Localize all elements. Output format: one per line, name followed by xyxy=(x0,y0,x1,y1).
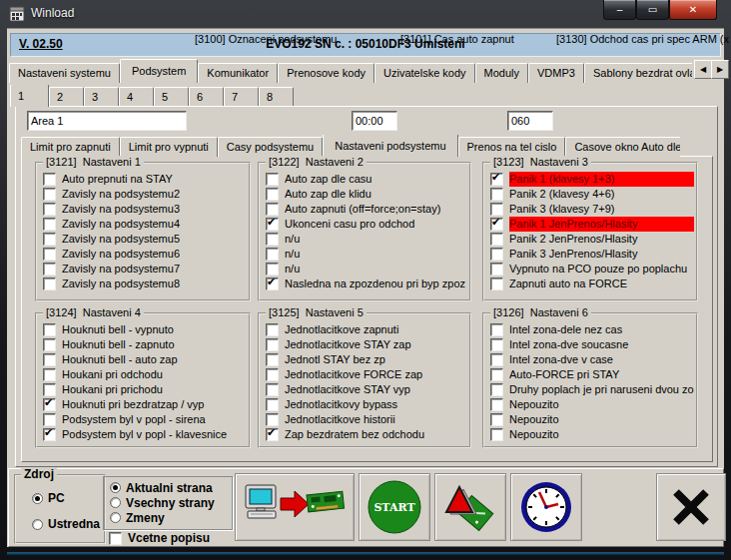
checkbox[interactable]: ✔ xyxy=(266,338,279,351)
checkbox-row-panik-3-jenprenos-hlasity[interactable]: ✔Panik 3 JenPrenos/Hlasity xyxy=(490,247,694,262)
checkbox[interactable]: ✔ xyxy=(43,218,56,231)
checkbox[interactable]: ✔ xyxy=(490,398,503,411)
checkbox[interactable]: ✔ xyxy=(266,248,279,261)
checkbox[interactable]: ✔ xyxy=(43,323,56,336)
checkbox[interactable]: ✔ xyxy=(490,278,503,290)
checkbox-row-jednotlacitkove-stay-zap[interactable]: ✔Jednotlacitkove STAY zap xyxy=(266,337,467,352)
checkbox[interactable]: ✔ xyxy=(266,353,279,366)
radio-aktualni-strana[interactable]: Aktualni strana xyxy=(110,480,232,495)
checkbox-row-intel-zona-dele-nez-cas[interactable]: ✔Intel zona-dele nez cas xyxy=(490,322,694,337)
checkbox[interactable]: ✔ xyxy=(490,218,503,231)
checkbox[interactable]: ✔ xyxy=(266,323,279,336)
tab-vdmp3[interactable]: VDMP3 xyxy=(528,63,584,83)
checkbox-row-druhy-poplach-je-pri-naruseni-dvou-zo[interactable]: ✔Druhy poplach je pri naruseni dvou zo xyxy=(490,382,694,397)
auto-arm-time-input[interactable] xyxy=(352,111,397,131)
checkbox-row-n-u[interactable]: ✔n/u xyxy=(266,262,467,277)
checkbox[interactable]: ✔ xyxy=(266,203,279,216)
checkbox[interactable]: ✔ xyxy=(43,353,56,366)
checkbox[interactable]: ✔ xyxy=(266,173,279,186)
tab-komunikator[interactable]: Komunikator xyxy=(198,63,278,83)
checkbox[interactable]: ✔ xyxy=(266,218,279,231)
checkbox-row-houknuti-pri-bezdratzap-vyp[interactable]: ✔Houknuti pri bezdratzap / vyp xyxy=(43,397,247,412)
checkbox[interactable]: ✔ xyxy=(490,188,503,201)
tab-prenosove-kody[interactable]: Prenosove kody xyxy=(278,63,374,83)
exit-delay-input[interactable] xyxy=(507,111,553,131)
tab-scroll-right-button[interactable]: ▶ xyxy=(711,60,729,79)
checkbox[interactable]: ✔ xyxy=(490,428,503,441)
checkbox[interactable]: ✔ xyxy=(43,278,56,290)
checkbox-row-auto-zapnuti-off-force-on-stay[interactable]: ✔Auto zapnuti (off=force;on=stay) xyxy=(266,202,467,217)
checkbox-row-auto-zap-dle-klidu[interactable]: ✔Auto zap dle klidu xyxy=(266,187,467,202)
checkbox-row-houknuti-bell-auto-zap[interactable]: ✔Houknuti bell - auto zap xyxy=(43,352,247,367)
checkbox-row-vypnuto-na-pco-pouze-po-poplachu[interactable]: ✔Vypnuto na PCO pouze po poplachu xyxy=(490,262,694,277)
area-tab-4[interactable]: 4 xyxy=(119,87,154,107)
checkbox-row-auto-prepnuti-na-stay[interactable]: ✔Auto prepnuti na STAY xyxy=(43,172,247,187)
checkbox[interactable]: ✔ xyxy=(490,263,503,276)
maximize-button[interactable]: ▭ xyxy=(636,0,669,20)
checkbox-row-panik-3-klavesy-7-9[interactable]: ✔Panik 3 (klavesy 7+9) xyxy=(490,202,694,217)
checkbox-row-auto-zap-dle-casu[interactable]: ✔Auto zap dle casu xyxy=(266,172,467,187)
checkbox[interactable]: ✔ xyxy=(266,383,279,396)
checkbox-row-nasledna-na-zpozdenou-pri-byp-zpoz[interactable]: ✔Nasledna na zpozdenou pri byp zpoz xyxy=(266,277,467,291)
checkbox-row-panik-2-klavesy-4-6[interactable]: ✔Panik 2 (klavesy 4+6) xyxy=(490,187,694,202)
checkbox-row-jednotlacitkovy-bypass[interactable]: ✔Jednotlacitkovy bypass xyxy=(266,397,467,412)
tab-nastaveni-systemu[interactable]: Nastaveni systemu xyxy=(9,63,120,83)
checkbox[interactable]: ✔ xyxy=(43,173,56,186)
area-name-input[interactable] xyxy=(27,111,187,131)
radio-zmeny[interactable]: Zmeny xyxy=(110,510,232,525)
tab-scroll-left-button[interactable]: ◀ xyxy=(694,60,712,79)
radio-ustredna[interactable]: Ustredna xyxy=(32,516,100,532)
checkbox-row-intel-zona-dve-v-case[interactable]: ✔Intel zona-dve v case xyxy=(490,352,694,367)
checkbox[interactable]: ✔ xyxy=(490,338,503,351)
checkbox[interactable]: ✔ xyxy=(43,338,56,351)
area-tab-1[interactable]: 1 xyxy=(10,85,49,107)
checkbox-row-n-u[interactable]: ✔n/u xyxy=(266,232,467,247)
titlebar[interactable]: Winload – ▭ ✕ xyxy=(0,0,731,28)
include-desc-checkbox-row[interactable]: ✔ Vcetne popisu xyxy=(109,531,210,545)
subtab-limit-pro-vypnuti[interactable]: Limit pro vypnuti xyxy=(120,137,218,157)
checkbox-row-panik-1-jenprenos-hlasity[interactable]: ✔Panik 1 JenPrenos/Hlasity xyxy=(490,217,694,232)
alarm-board-button[interactable] xyxy=(434,473,506,541)
checkbox[interactable]: ✔ xyxy=(43,398,56,411)
checkbox[interactable]: ✔ xyxy=(43,203,56,216)
checkbox[interactable]: ✔ xyxy=(43,233,56,246)
area-tab-3[interactable]: 3 xyxy=(84,87,119,107)
checkbox[interactable]: ✔ xyxy=(43,383,56,396)
checkbox-row-jednotlacitkove-zapnuti[interactable]: ✔Jednotlacitkove zapnuti xyxy=(266,322,467,337)
subtab-nastaveni-podsystemu[interactable]: Nastaveni podsystemu xyxy=(323,135,457,157)
subtab-casove-okno-auto-dle-klidu[interactable]: Casove okno Auto dle klidu xyxy=(565,137,680,157)
checkbox[interactable]: ✔ xyxy=(43,263,56,276)
area-tab-5[interactable]: 5 xyxy=(154,87,189,107)
subtab-prenos-na-tel-cislo[interactable]: Prenos na tel cislo xyxy=(458,137,566,157)
checkbox-row-ukonceni-casu-pro-odchod[interactable]: ✔Ukonceni casu pro odchod xyxy=(266,217,467,232)
close-button[interactable]: ✕ xyxy=(669,0,717,20)
checkbox-row-n-u[interactable]: ✔n/u xyxy=(266,247,467,262)
checkbox[interactable]: ✔ xyxy=(490,413,503,426)
checkbox-row-nepouzito[interactable]: ✔Nepouzito xyxy=(490,397,694,412)
checkbox-row-jednotlacitkove-historii[interactable]: ✔Jednotlacitkove historii xyxy=(266,412,467,427)
area-tab-2[interactable]: 2 xyxy=(49,87,84,107)
exit-button[interactable] xyxy=(656,473,726,541)
checkbox-row-zapnuti-auto-na-force[interactable]: ✔Zapnuti auto na FORCE xyxy=(490,277,694,291)
clock-button[interactable] xyxy=(510,473,582,541)
checkbox-row-nepouzito[interactable]: ✔Nepouzito xyxy=(490,427,694,442)
checkbox[interactable]: ✔ xyxy=(266,278,279,290)
checkbox-row-zavisly-na-podsystemu3[interactable]: ✔Zavisly na podsystemu3 xyxy=(43,202,247,217)
area-tab-8[interactable]: 8 xyxy=(259,87,294,107)
subtab-casy-podsystemu[interactable]: Casy podsystemu xyxy=(218,137,323,157)
checkbox-row-zavisly-na-podsystemu4[interactable]: ✔Zavisly na podsystemu4 xyxy=(43,217,247,232)
checkbox[interactable]: ✔ xyxy=(266,398,279,411)
checkbox[interactable]: ✔ xyxy=(43,248,56,261)
checkbox[interactable]: ✔ xyxy=(266,413,279,426)
checkbox[interactable]: ✔ xyxy=(266,263,279,276)
checkbox[interactable]: ✔ xyxy=(490,248,503,261)
checkbox-row-zavisly-na-podsystemu6[interactable]: ✔Zavisly na podsystemu6 xyxy=(43,247,247,262)
checkbox[interactable]: ✔ xyxy=(43,188,56,201)
checkbox[interactable]: ✔ xyxy=(490,353,503,366)
tab-uzivatelske-kody[interactable]: Uzivatelske kody xyxy=(374,63,475,83)
checkbox[interactable]: ✔ xyxy=(490,323,503,336)
checkbox-row-podsystem-byl-v-popl-sirena[interactable]: ✔Podsystem byl v popl - sirena xyxy=(43,412,247,427)
checkbox[interactable]: ✔ xyxy=(266,428,279,441)
checkbox[interactable]: ✔ xyxy=(43,413,56,426)
checkbox[interactable]: ✔ xyxy=(490,383,503,396)
